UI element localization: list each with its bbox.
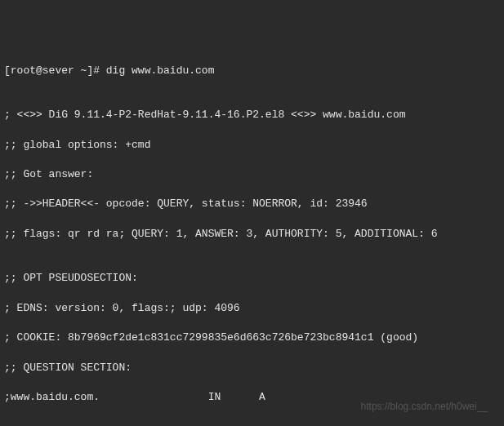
flags-line: ;; flags: qr rd ra; QUERY: 1, ANSWER: 3,… [4, 227, 500, 242]
dig-version-line: ; <<>> DiG 9.11.4-P2-RedHat-9.11.4-16.P2… [4, 108, 500, 122]
question-section-header: ;; QUESTION SECTION: [4, 361, 500, 375]
edns-line: ; EDNS: version: 0, flags:; udp: 4096 [4, 301, 500, 316]
opt-section-header: ;; OPT PSEUDOSECTION: [4, 271, 500, 286]
got-answer-line: ;; Got answer: [4, 167, 500, 182]
global-options-line: ;; global options: +cmd [4, 138, 500, 153]
cookie-line: ; COOKIE: 8b7969cf2de1c831cc7299835e6d66… [4, 331, 500, 345]
question-record: ;www.baidu.com. IN A [4, 390, 500, 405]
header-line: ;; ->>HEADER<<- opcode: QUERY, status: N… [4, 197, 500, 211]
prompt-line: [root@sever ~]# dig www.baidu.com [4, 64, 500, 78]
